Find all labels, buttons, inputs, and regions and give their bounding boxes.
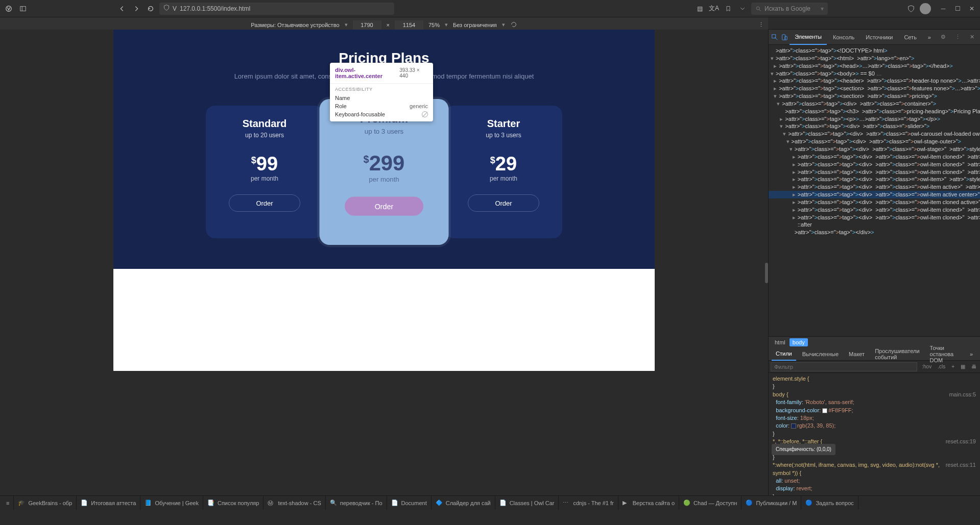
taskbar-item[interactable]: 📄Итоговая аттеста	[77, 496, 140, 510]
taskbar-item[interactable]: 🔵Публикации / М	[742, 496, 801, 510]
taskbar-item[interactable]: 🎓GeekBrains - обр	[14, 496, 77, 510]
url-bar[interactable]: V 127.0.0.1:5500/index.html	[159, 3, 394, 15]
taskbar-item[interactable]: 🔵Задать вопрос	[801, 496, 858, 510]
dom-tree-line[interactable]: ▸ >attr>">class>=">tag>"><div> >attr>">c…	[769, 191, 980, 198]
print-icon[interactable]: 🖶	[970, 364, 978, 369]
kebab-menu-icon[interactable]: ⋮	[758, 21, 764, 28]
dom-tree-line[interactable]: ▸ >attr>">class>=">tag>"><div> >attr>">c…	[769, 206, 980, 214]
window-maximize-icon[interactable]: ☐	[952, 4, 963, 14]
dom-tree-line[interactable]: ▸ >attr>">class>=">tag>"><header> >attr>…	[769, 77, 980, 85]
kebab-icon[interactable]: ⋮	[951, 31, 964, 43]
dom-tree-line[interactable]: ▸ >attr>">class>=">tag>"><div> >attr>">c…	[769, 153, 980, 161]
taskbar-item[interactable]: 🟢Chad — Доступн	[679, 496, 742, 510]
tab-console[interactable]: Консоль	[828, 30, 859, 45]
dom-tree-line[interactable]: >attr>">class>=">tag>"><h3> >attr>">clas…	[769, 108, 980, 115]
card-title: Standard	[243, 118, 287, 130]
throttle-select[interactable]: Без ограничения	[453, 22, 497, 28]
bookmark-icon[interactable]	[723, 3, 734, 14]
window-close-icon[interactable]: ✕	[967, 4, 977, 14]
window-minimize-icon[interactable]: ─	[938, 4, 948, 14]
zoom-select[interactable]: 75%	[428, 22, 440, 28]
inspect-icon[interactable]	[771, 31, 779, 43]
rotate-icon[interactable]	[510, 21, 517, 29]
pricing-card-starter[interactable]: Starter up to 3 users $29 per month Orde…	[445, 106, 562, 238]
nav-back-icon[interactable]	[116, 3, 128, 14]
viewport-width-input[interactable]	[353, 20, 381, 30]
styles-filter-row: :hov .cls + ▦ 🖶	[769, 361, 980, 373]
device-select[interactable]: Размеры: Отзывчивое устройство	[251, 22, 339, 28]
elements-tree[interactable]: >attr>">class>=">tag>"><!DOCTYPE> html>▾…	[769, 45, 980, 336]
dom-tree-line[interactable]: ▾ >attr>">class>=">tag>"><div> >attr>">c…	[769, 145, 980, 153]
tab-styles[interactable]: Стили	[772, 347, 796, 361]
box-model-icon[interactable]: ▦	[959, 364, 967, 369]
vivaldi-logo-icon[interactable]	[3, 3, 14, 14]
tab-computed[interactable]: Вычисленные	[798, 347, 843, 361]
taskbar-item[interactable]: ▶Верстка сайта о	[618, 496, 679, 510]
menu-icon[interactable]: ≡	[2, 496, 14, 510]
dom-tree-line[interactable]: ▾ >attr>">class>=">tag>"><div> >attr>">c…	[769, 122, 980, 130]
dom-tree-line[interactable]: ▾ >attr>">class>=">tag>"><body>> == $0 …	[769, 70, 980, 78]
dom-tree-line[interactable]: ▸ >attr>">class>=">tag>"><div> >attr>">c…	[769, 183, 980, 191]
new-rule-icon[interactable]: +	[950, 364, 956, 369]
tab-elements[interactable]: Элементы	[790, 30, 827, 45]
tab-more-icon[interactable]: »	[966, 347, 977, 361]
gear-icon[interactable]: ⚙	[937, 31, 949, 43]
dom-tree-line[interactable]: ▾ >attr>">class>=">tag>"><div> >attr>">c…	[769, 138, 980, 145]
taskbar-item[interactable]: 📄Classes | Owl Car	[495, 496, 559, 510]
tab-dom-breakpoints[interactable]: Точки останова DOM	[926, 347, 964, 361]
profile-avatar[interactable]	[920, 3, 931, 14]
dom-tree-line[interactable]: ▸ >attr>">class>=">tag>"><div> >attr>">c…	[769, 198, 980, 206]
tab-listeners[interactable]: Прослушиватели событий	[871, 347, 923, 361]
pricing-card-standard[interactable]: Standard up to 20 users $99 per month Or…	[206, 106, 323, 238]
white-section	[113, 269, 655, 371]
dom-tree-line[interactable]: ▸ >attr>">class>=">tag>"><div> >attr>">c…	[769, 176, 980, 183]
dom-tree-line[interactable]: ▸ >attr>">class>=">tag>"><head>>…>attr>"…	[769, 62, 980, 70]
dom-tree-line[interactable]: ::after	[769, 221, 980, 229]
tab-layout[interactable]: Макет	[845, 347, 869, 361]
card-sub: up to 3 users	[486, 132, 521, 139]
dom-tree-line[interactable]: ▾ >attr>">class>=">tag>"><div> >attr>">c…	[769, 130, 980, 138]
dom-tree-line[interactable]: >attr>">class>=">tag>"></div>>	[769, 229, 980, 236]
chevron-down-icon[interactable]	[737, 3, 748, 14]
taskbar-item[interactable]: 🔷Слайдер для сай	[432, 496, 495, 510]
taskbar-item[interactable]: 🔍переводчик - По	[326, 496, 387, 510]
dom-tree-line[interactable]: >attr>">class>=">tag>"><!DOCTYPE> html>	[769, 47, 980, 55]
tab-network[interactable]: Сеть	[899, 30, 921, 45]
order-button[interactable]: Order	[229, 194, 300, 212]
dom-tree-line[interactable]: ▸ >attr>">class>=">tag>"><div> >attr>">c…	[769, 161, 980, 168]
dom-tree-line[interactable]: ▾ >attr>">class>=">tag>"><html> >attr>">…	[769, 55, 980, 62]
tracking-shield-icon[interactable]	[905, 3, 917, 14]
viewport-height-input[interactable]	[395, 20, 423, 30]
search-bar[interactable]: Искать в Google ▾	[751, 3, 828, 15]
tab-more-icon[interactable]: »	[923, 30, 936, 45]
breadcrumb-html[interactable]: html	[772, 338, 788, 346]
taskbar-item[interactable]: 📄Document	[387, 496, 432, 510]
taskbar-item[interactable]: 📑Список популяр	[203, 496, 264, 510]
reload-icon[interactable]	[145, 3, 156, 14]
taskbar-item[interactable]: Ⓜtext-shadow - CS	[264, 496, 325, 510]
close-icon[interactable]: ✕	[966, 31, 978, 43]
styles-body[interactable]: element.style {}body {main.css:5 font-fa…	[769, 373, 980, 495]
cls-toggle[interactable]: .cls	[936, 364, 947, 369]
translate-icon[interactable]: 文A	[708, 3, 720, 14]
reader-icon[interactable]: ▤	[694, 3, 705, 14]
hov-toggle[interactable]: :hov	[920, 364, 933, 369]
dom-tree-line[interactable]: ▾ >attr>">class>=">tag>"><section> >attr…	[769, 92, 980, 100]
dom-tree-line[interactable]: ▾ >attr>">class>=">tag>"><div> >attr>">c…	[769, 100, 980, 108]
breadcrumb-body[interactable]: body	[790, 338, 808, 346]
resize-handle[interactable]	[765, 263, 768, 283]
dom-tree-line[interactable]: ▸ >attr>">class>=">tag>"><section> >attr…	[769, 85, 980, 92]
nav-forward-icon[interactable]	[131, 3, 142, 14]
styles-filter-input[interactable]	[771, 362, 917, 371]
taskbar-item[interactable]: ⋯cdnjs - The #1 fr	[559, 496, 618, 510]
panel-toggle-icon[interactable]	[17, 3, 29, 14]
dom-tree-line[interactable]: ▸ >attr>">class>=">tag>"><div> >attr>">c…	[769, 214, 980, 221]
dom-tree-line[interactable]: ▸ >attr>">class>=">tag>"><p>>…>attr>">cl…	[769, 115, 980, 123]
device-icon[interactable]	[780, 31, 789, 43]
svg-point-3	[756, 7, 759, 10]
taskbar-item[interactable]: 📘Обучение | Geek	[140, 496, 203, 510]
tab-sources[interactable]: Источники	[861, 30, 898, 45]
dom-tree-line[interactable]: ▸ >attr>">class>=">tag>"><div> >attr>">c…	[769, 168, 980, 176]
order-button[interactable]: Order	[345, 196, 423, 215]
order-button[interactable]: Order	[468, 194, 539, 212]
